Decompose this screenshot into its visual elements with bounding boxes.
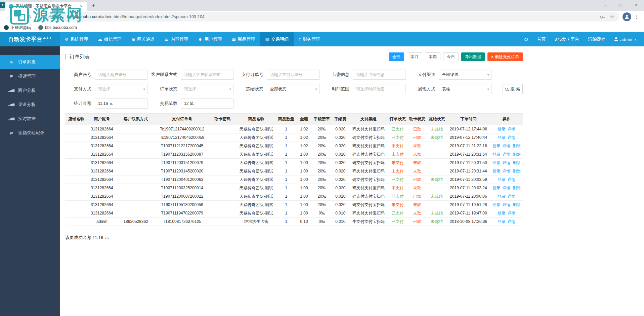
status-badge: 已支付	[392, 177, 404, 182]
window-minimize-button[interactable]: –	[598, 0, 613, 11]
header-link-2[interactable]: 清除缓存	[588, 36, 605, 42]
window-close-button[interactable]: ×	[629, 0, 644, 11]
action-delete[interactable]: 删除	[513, 144, 521, 148]
password-key-icon[interactable]	[600, 14, 605, 19]
filter-select-order-status[interactable]: 请选择▾	[181, 84, 234, 94]
nav-item-label: 网关通道	[137, 36, 155, 42]
filter-input-stat-amount[interactable]	[95, 98, 148, 109]
status-badge: 未冻结	[431, 135, 443, 140]
action-login[interactable]: 登录	[492, 160, 501, 165]
action-login[interactable]: 登录	[492, 152, 501, 157]
browser-menu-icon[interactable]: ⋮	[633, 14, 641, 20]
nav-item-content[interactable]: ▤内容管理	[160, 32, 193, 46]
action-detail[interactable]: 详情	[503, 169, 511, 173]
bookmark-item[interactable]: 不错吧源码	[4, 25, 31, 31]
action-login[interactable]: 登录	[498, 127, 506, 131]
action-login[interactable]: 登录	[492, 186, 501, 190]
action-detail[interactable]: 详情	[508, 219, 516, 224]
range-button-this-month[interactable]: 本月	[407, 52, 422, 61]
header-link-0[interactable]: 首页	[537, 36, 546, 42]
action-login[interactable]: 登录	[492, 144, 501, 148]
refresh-icon[interactable]: ↻	[524, 36, 528, 43]
action-detail[interactable]: 详情	[503, 160, 511, 165]
sidebar-item-complaints[interactable]: ⚑投诉管理	[0, 69, 60, 83]
action-detail[interactable]: 详情	[503, 186, 511, 190]
action-detail[interactable]: 详情	[503, 152, 511, 157]
cell-freeze-status	[427, 142, 446, 150]
action-detail[interactable]: 详情	[503, 202, 511, 207]
omnibox[interactable]: ⚠ 不安全 | test.bucuoba.com/admin.html#/man…	[38, 12, 619, 22]
filter-group-freeze-status: 冻结状态全部状态▾	[237, 84, 323, 94]
reload-button[interactable]: ↻	[25, 14, 34, 20]
range-button-all[interactable]: 全部	[389, 52, 404, 61]
nav-item-transactions[interactable]: ▥交易明细	[260, 32, 294, 46]
cell-product: 天赐传奇团队-测试	[236, 133, 276, 142]
action-login[interactable]: 登录	[498, 194, 506, 199]
bookmark-item[interactable]: bbs.bucuoba.com	[38, 25, 77, 30]
sidebar-item-merchant-analysis[interactable]: ▂▅▇商户分析	[0, 83, 60, 97]
action-detail[interactable]: 详情	[503, 144, 511, 148]
header-link-1[interactable]: 875发卡平台	[555, 36, 579, 42]
nav-item-goods[interactable]: ▦商品管理	[227, 32, 260, 46]
action-login[interactable]: 登录	[492, 169, 501, 173]
action-delete[interactable]: 删除	[513, 202, 521, 207]
filter-input-trade-count[interactable]	[181, 98, 234, 109]
browser-tab[interactable]: 系统管理 · 不错吧自动发卡平台 ×	[5, 2, 87, 11]
filter-select-freeze-status[interactable]: 全部状态▾	[267, 84, 320, 94]
action-delete[interactable]: 删除	[513, 160, 521, 165]
action-login[interactable]: 登录	[498, 135, 506, 140]
filter-select-pay-method[interactable]: 请选择▾	[95, 84, 148, 94]
nav-item-gateway[interactable]: ◉网关通道	[127, 32, 160, 46]
sidebar-item-orders[interactable]: ≡订单列表	[0, 55, 60, 69]
column-header: 店铺名称	[65, 114, 87, 125]
filter-select-display-mode[interactable]: 表格▾	[439, 84, 492, 94]
export-data-button[interactable]: 导出数据	[461, 52, 485, 61]
back-button[interactable]: ←	[3, 14, 13, 20]
finance-icon: ¥	[299, 37, 301, 42]
search-button[interactable]: 搜 索	[503, 84, 523, 94]
window-maximize-button[interactable]: □	[613, 0, 629, 11]
action-detail[interactable]: 详情	[508, 135, 516, 140]
cell-pay-status: 未支付	[388, 159, 407, 167]
filter-input-pay-order-no[interactable]	[267, 70, 320, 80]
bookmark-star-icon[interactable]: ☆	[610, 14, 614, 20]
nav-item-system[interactable]: ⚙系统管理	[60, 32, 93, 46]
action-login[interactable]: 登录	[498, 219, 506, 224]
forward-button[interactable]: →	[14, 14, 24, 20]
action-login[interactable]: 登录	[498, 211, 506, 215]
nav-item-users[interactable]: ☻用户管理	[193, 32, 227, 46]
nav-item-label: 用户管理	[204, 36, 222, 42]
sidebar-item-channel-analysis[interactable]: ▂▅▇渠道分析	[0, 97, 60, 112]
new-tab-button[interactable]: +	[89, 1, 98, 10]
delete-invalid-orders-button[interactable]: ×删除无效订单	[487, 52, 523, 61]
action-delete[interactable]: 删除	[513, 152, 521, 157]
range-button-today[interactable]: 今日	[443, 52, 459, 61]
action-delete[interactable]: 删除	[513, 169, 521, 173]
filter-input-time-range[interactable]	[353, 84, 406, 94]
app-logo[interactable]: 自动发卡平台2.3.8	[0, 32, 60, 46]
action-login[interactable]: 登录	[492, 202, 501, 207]
cell-product: 天赐传奇团队-测试	[236, 175, 276, 184]
range-button-this-week[interactable]: 本周	[425, 52, 440, 61]
filter-select-pay-channel[interactable]: 全部渠道▾	[439, 70, 492, 80]
nav-item-finance[interactable]: ¥财务管理	[294, 32, 326, 46]
search-button-label: 搜 索	[510, 86, 520, 92]
sidebar-item-realtime-data[interactable]: ▂▅▇实时数据	[0, 112, 60, 126]
action-detail[interactable]: 详情	[508, 177, 516, 182]
user-menu[interactable]: admin ∧	[614, 37, 637, 42]
cell-actions: 登录详情删除	[490, 167, 523, 175]
filter-input-card-info[interactable]	[353, 70, 406, 80]
profile-avatar[interactable]	[622, 12, 631, 21]
nav-item-wechat[interactable]: ☁微信管理	[93, 32, 127, 46]
action-detail[interactable]: 详情	[508, 194, 516, 199]
tab-close-icon[interactable]: ×	[79, 4, 84, 9]
filter-input-customer-contact[interactable]	[181, 70, 234, 80]
filter-input-merchant-account[interactable]	[95, 70, 148, 80]
sidebar-item-amount-change-log[interactable]: ⇄金额变动记录	[0, 126, 60, 140]
sidebar-collapse-button[interactable]: ⋮	[0, 46, 60, 55]
table-row: 3131282664Tc190712174409200012天赐传奇团队-测试1…	[65, 125, 523, 133]
action-detail[interactable]: 详情	[508, 211, 516, 215]
action-delete[interactable]: 删除	[513, 186, 521, 190]
action-detail[interactable]: 详情	[508, 127, 516, 131]
action-login[interactable]: 登录	[498, 177, 506, 182]
